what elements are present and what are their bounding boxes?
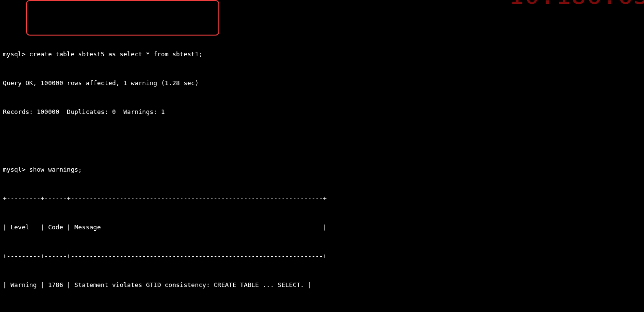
terminal-line — [3, 136, 641, 146]
terminal-line: mysql> show warnings; — [3, 165, 641, 175]
sql-command: create table sbtest5 as select * from sb… — [29, 50, 202, 58]
terminal-line: Records: 100000 Duplicates: 0 Warnings: … — [3, 107, 641, 117]
sql-command: show warnings; — [29, 166, 82, 173]
table-row: | Warning | 1786 | Statement violates GT… — [3, 280, 641, 290]
table-separator: +---------+------+----------------------… — [3, 251, 641, 261]
terminal-line: mysql> create table sbtest5 as select * … — [3, 50, 641, 59]
table-header: | Level | Code | Message | — [3, 223, 641, 232]
mysql-prompt: mysql> — [3, 50, 29, 58]
mysql-prompt: mysql> — [3, 166, 29, 173]
table-separator: +---------+------+----------------------… — [3, 194, 641, 203]
terminal-line: Query OK, 100000 rows affected, 1 warnin… — [3, 78, 641, 88]
table-separator: +---------+------+----------------------… — [3, 309, 641, 312]
mysql-terminal-pane[interactable]: 10.186.63 mysql> create table sbtest5 as… — [0, 0, 644, 312]
highlight-box-create-table — [26, 0, 219, 36]
